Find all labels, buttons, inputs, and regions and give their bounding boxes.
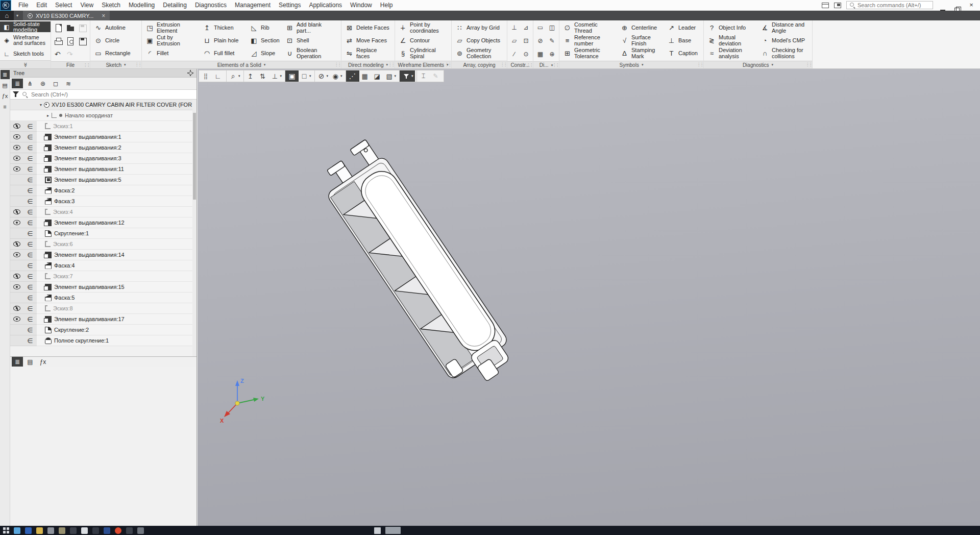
- section-button[interactable]: ◧Section: [247, 34, 283, 47]
- eyedropper-button[interactable]: [430, 70, 443, 82]
- construction-offset-plane-button[interactable]: ▱: [509, 36, 520, 46]
- menu-item[interactable]: View: [76, 0, 97, 11]
- side-tree-button[interactable]: ≣: [1, 70, 10, 79]
- tree-item-row[interactable]: Эскиз:4: [10, 207, 197, 217]
- boolean-operation-button[interactable]: ∪Boolean Operation: [283, 47, 340, 60]
- drawing-grid-button[interactable]: [359, 70, 372, 82]
- visibility-eye-icon[interactable]: [10, 250, 23, 260]
- deviation-analysis-button[interactable]: ≈Deviation analysis: [705, 47, 758, 60]
- checking-for-collisions-button[interactable]: ∩Checking for collisions: [758, 47, 811, 60]
- tree-relations-button[interactable]: ⊛: [37, 79, 48, 88]
- open-document-button[interactable]: [65, 22, 76, 33]
- dimension-linear-button[interactable]: ▭: [535, 22, 546, 33]
- tree-item-row[interactable]: Элемент выдавливания:2: [10, 142, 197, 153]
- filter-button[interactable]: [399, 70, 415, 82]
- tree-scrollbar[interactable]: [192, 100, 197, 356]
- menu-item[interactable]: Window: [346, 0, 376, 11]
- geometric-tolerance-button[interactable]: ⊞Geometric Tolerance: [560, 47, 618, 60]
- leader-button[interactable]: ↗Leader: [665, 21, 702, 34]
- geometry-collection-button[interactable]: ⊚Geometry Collection: [453, 47, 506, 60]
- taskbar-start-button[interactable]: [3, 527, 9, 533]
- tree-origin-item[interactable]: Начало координат: [10, 110, 197, 121]
- circle-button[interactable]: ⊙Circle: [91, 34, 140, 47]
- visibility-eye-icon[interactable]: [10, 153, 23, 164]
- menu-item[interactable]: Management: [231, 0, 275, 11]
- construction-line-button[interactable]: ∕: [509, 49, 520, 59]
- point-by-coordinates-button[interactable]: ∔Point by coordinates: [396, 21, 450, 34]
- display-solid-button[interactable]: [285, 70, 299, 82]
- tree-item-row[interactable]: Скругление:2: [10, 325, 197, 335]
- tree-item-row[interactable]: Эскиз:6: [10, 239, 197, 250]
- redo-button[interactable]: [65, 48, 76, 60]
- orientation-axes-button[interactable]: [270, 70, 284, 82]
- visibility-eye-icon[interactable]: [10, 325, 23, 335]
- expand-caret-icon[interactable]: [40, 103, 42, 107]
- home-button[interactable]: [0, 11, 14, 20]
- collapsed-caret-icon[interactable]: [47, 113, 49, 118]
- menu-item[interactable]: Sketch: [97, 0, 125, 11]
- replace-faces-button[interactable]: ⇋Replace faces: [342, 47, 394, 60]
- visibility-eye-icon[interactable]: [10, 207, 23, 217]
- new-document-button[interactable]: [53, 22, 64, 33]
- taskbar-app-9[interactable]: [104, 527, 110, 534]
- print-button[interactable]: [53, 35, 64, 46]
- menu-item[interactable]: File: [14, 0, 32, 11]
- local-coordinate-system-button[interactable]: ⊡: [521, 36, 531, 46]
- tree-item-row[interactable]: Элемент выдавливания:12: [10, 217, 197, 228]
- tree-item-row[interactable]: Фаска:4: [10, 260, 197, 271]
- menu-item[interactable]: Detailing: [159, 0, 191, 11]
- distance-and-angle-button[interactable]: ∡Distance and Angle: [758, 21, 811, 34]
- taskbar-app-7[interactable]: [81, 527, 88, 534]
- taskbar-app-6[interactable]: [70, 527, 77, 534]
- taskbar-app-1[interactable]: [14, 527, 20, 534]
- stamping-mark-button[interactable]: ∆Stamping Mark: [618, 47, 665, 60]
- visibility-eye-icon[interactable]: [10, 164, 23, 175]
- reference-number-button[interactable]: ≡Reference number: [560, 34, 618, 47]
- tree-item-row[interactable]: Фаска:3: [10, 196, 197, 207]
- side-parameters-button[interactable]: ▤: [1, 81, 10, 90]
- visibility-eye-icon[interactable]: [10, 271, 23, 282]
- taskbar-app-11[interactable]: [126, 527, 133, 534]
- tree-search-input[interactable]: [31, 91, 194, 98]
- dimension-table-button[interactable]: ▦: [535, 49, 546, 59]
- model-viewport[interactable]: Z Y X: [198, 69, 980, 526]
- thicken-button[interactable]: ↥Thicken: [200, 21, 247, 34]
- menu-item[interactable]: Diagnostics: [191, 0, 231, 11]
- taskbar-app-2[interactable]: [25, 527, 32, 534]
- base-button[interactable]: ⊥Base: [665, 34, 702, 47]
- tab-list-caret-icon[interactable]: [14, 13, 21, 18]
- tree-root-item[interactable]: XV10 ES300 CAMRY CABIN AIR FILTER COVER …: [10, 100, 197, 110]
- show-objects-button[interactable]: [330, 70, 344, 82]
- visibility-eye-icon[interactable]: [10, 303, 23, 314]
- preview-button[interactable]: [65, 35, 76, 46]
- caption-button[interactable]: TCaption: [665, 47, 702, 60]
- tree-item-row[interactable]: Полное скругление:1: [10, 335, 197, 346]
- tree-item-row[interactable]: Фаска:2: [10, 185, 197, 196]
- panel-tab-tree[interactable]: ≣: [12, 357, 23, 367]
- construction-plane-button[interactable]: ⊥: [509, 22, 520, 33]
- tree-item-row[interactable]: Элемент выдавливания:5: [10, 175, 197, 185]
- visibility-eye-icon[interactable]: [10, 196, 23, 207]
- fillet-button[interactable]: ◜Fillet: [143, 47, 200, 60]
- grid-dots-button[interactable]: [200, 70, 212, 82]
- add-blank-part-button[interactable]: ⊞Add blank part...: [283, 21, 340, 34]
- taskbar-app-12[interactable]: [137, 527, 144, 534]
- gear-icon[interactable]: [187, 70, 193, 76]
- tree-scrollbar-thumb[interactable]: [193, 113, 196, 200]
- tree-structure-view-button[interactable]: ⋔: [24, 79, 36, 88]
- array-by-grid-button[interactable]: ∷Array by Grid: [453, 21, 506, 34]
- cut-by-extrusion-button[interactable]: ▣Cut by Extrusion: [143, 34, 200, 47]
- control-point-button[interactable]: ⊙: [521, 49, 531, 59]
- window-layout-icon[interactable]: [822, 3, 829, 8]
- panel-tab-variables[interactable]: ƒx: [37, 357, 48, 367]
- menu-item[interactable]: Settings: [275, 0, 305, 11]
- tree-ordered-view-button[interactable]: ≣: [12, 79, 23, 88]
- tree-item-row[interactable]: Элемент выдавливания:3: [10, 153, 197, 164]
- contour-button[interactable]: ∠Contour: [396, 34, 450, 47]
- command-search-input[interactable]: [857, 2, 930, 8]
- collapse-ribbon-icon[interactable]: [22, 62, 28, 67]
- mutual-deviation-button[interactable]: ≷Mutual deviation: [705, 34, 758, 47]
- conditional-view-button[interactable]: [384, 70, 398, 82]
- display-wireframe-button[interactable]: [299, 70, 313, 82]
- menu-item[interactable]: Modelling: [125, 0, 159, 11]
